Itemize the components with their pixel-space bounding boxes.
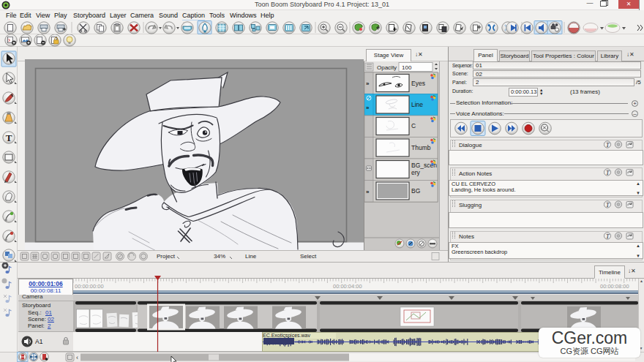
svg-text:100: 100	[402, 64, 412, 71]
svg-text:»: »	[366, 189, 370, 195]
svg-text:Line: Line	[411, 101, 423, 108]
svg-text:‹: ‹	[76, 354, 78, 361]
svg-text:T: T	[606, 202, 610, 208]
svg-text:C: C	[411, 122, 416, 129]
svg-text:BG: BG	[411, 187, 420, 195]
svg-text:T: T	[606, 170, 610, 176]
svg-text:Line: Line	[245, 253, 257, 260]
svg-text:»: »	[366, 80, 370, 87]
svg-text:34%: 34%	[214, 253, 225, 260]
svg-text:Thumb: Thumb	[411, 144, 431, 151]
svg-text:Select: Select	[300, 253, 317, 260]
svg-text:Eyes: Eyes	[411, 80, 425, 87]
svg-text:T: T	[606, 142, 610, 148]
svg-text:T: T	[606, 233, 610, 240]
svg-text:»: »	[366, 105, 370, 111]
svg-text:Project: Project	[157, 253, 176, 260]
svg-text:ery: ery	[411, 169, 421, 176]
svg-text:Opacity: Opacity	[377, 64, 397, 71]
svg-text:T: T	[6, 132, 12, 143]
